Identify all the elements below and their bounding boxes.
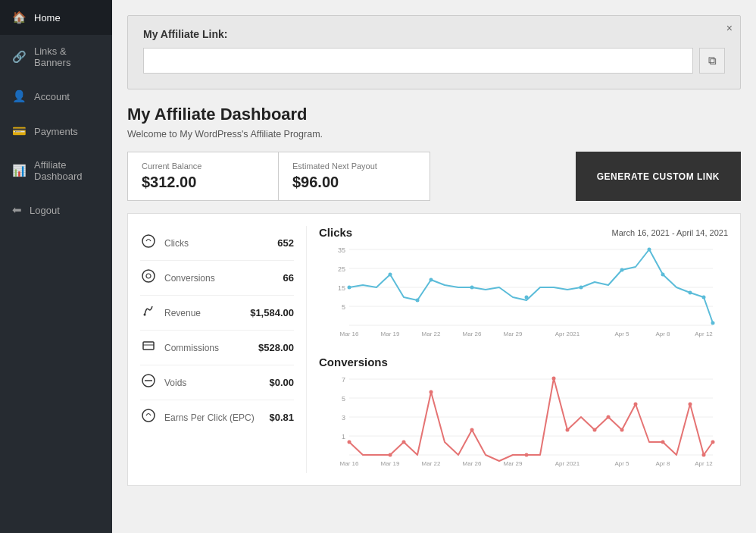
clicks-chart-date-range[interactable]: March 16, 2021 - April 14, 2021 [612, 228, 728, 237]
svg-text:Apr 12: Apr 12 [695, 331, 713, 337]
svg-text:Mar 19: Mar 19 [381, 460, 400, 467]
estimated-payout-label: Estimated Next Payout [292, 161, 416, 171]
sidebar-item-home[interactable]: 🏠 Home [0, 0, 112, 35]
conversions-value: 66 [283, 272, 294, 284]
svg-point-1 [142, 270, 155, 282]
svg-point-60 [634, 403, 638, 406]
clicks-chart-header: Clicks March 16, 2021 - April 14, 2021 [319, 226, 728, 239]
clicks-value: 652 [277, 237, 294, 249]
svg-point-52 [430, 390, 433, 394]
svg-point-2 [146, 274, 151, 278]
stat-conversions: Conversions 66 [140, 261, 294, 296]
clicks-icon [140, 234, 157, 252]
svg-text:7: 7 [342, 376, 345, 384]
svg-point-49 [348, 441, 351, 444]
svg-point-58 [607, 415, 611, 419]
svg-text:35: 35 [338, 246, 345, 254]
svg-point-18 [348, 286, 351, 290]
generate-custom-link-button[interactable]: GENERATE CUSTOM LINK [576, 152, 741, 201]
sidebar-item-logout[interactable]: ⬅ Logout [0, 193, 112, 227]
svg-point-57 [593, 428, 597, 432]
affiliate-dashboard-icon: 📊 [12, 164, 27, 177]
svg-point-26 [648, 248, 651, 252]
dashboard-subtitle: Welcome to My WordPress's Affiliate Prog… [127, 129, 741, 140]
home-icon: 🏠 [12, 11, 27, 24]
svg-point-23 [525, 296, 529, 299]
sidebar-home-label: Home [34, 12, 61, 24]
svg-text:Mar 26: Mar 26 [463, 331, 482, 337]
svg-text:Mar 16: Mar 16 [340, 331, 359, 337]
svg-text:1: 1 [342, 433, 345, 441]
affiliate-link-input[interactable] [143, 48, 693, 74]
conversions-icon [140, 268, 157, 287]
copy-button[interactable]: ⧉ [699, 48, 725, 74]
affiliate-link-row: ⧉ [143, 48, 725, 74]
svg-text:Apr 2021: Apr 2021 [555, 331, 580, 337]
svg-text:Mar 22: Mar 22 [422, 331, 441, 337]
conversions-label: Conversions [164, 273, 276, 284]
svg-text:5: 5 [342, 395, 345, 403]
close-button[interactable]: × [726, 22, 733, 34]
sidebar-affiliate-label: Affiliate Dashboard [34, 159, 100, 182]
commissions-label: Commissions [164, 343, 251, 353]
revenue-label: Revenue [164, 308, 242, 318]
svg-point-53 [470, 428, 474, 432]
svg-point-62 [689, 403, 692, 406]
voids-icon [140, 373, 157, 392]
conversions-chart-svg: 7 5 3 1 [319, 372, 728, 470]
stat-revenue: Revenue $1,584.00 [140, 296, 294, 331]
main-content: × My Affiliate Link: ⧉ My Affiliate Dash… [112, 0, 756, 533]
svg-text:Mar 26: Mar 26 [463, 460, 482, 467]
svg-point-28 [689, 291, 692, 295]
svg-point-25 [620, 268, 624, 272]
dashboard-content: My Affiliate Dashboard Welcome to My Wor… [112, 89, 756, 486]
stats-list: Clicks 652 Conversions 66 Revenue [140, 226, 307, 473]
sidebar-item-links-banners[interactable]: 🔗 Links & Banners [0, 35, 112, 79]
links-icon: 🔗 [12, 50, 27, 64]
sidebar-item-account[interactable]: 👤 Account [0, 79, 112, 114]
conversions-chart-title: Conversions [319, 356, 388, 368]
epc-value: $0.81 [269, 412, 294, 423]
svg-text:Mar 16: Mar 16 [340, 460, 359, 467]
commissions-icon [140, 338, 157, 357]
current-balance-box: Current Balance $312.00 [127, 152, 279, 201]
svg-text:Mar 22: Mar 22 [422, 460, 441, 467]
affiliate-link-card: × My Affiliate Link: ⧉ [127, 15, 741, 89]
svg-point-24 [579, 286, 583, 290]
sidebar: 🏠 Home 🔗 Links & Banners 👤 Account 💳 Pay… [0, 0, 112, 533]
svg-text:25: 25 [338, 265, 345, 273]
revenue-value: $1,584.00 [250, 307, 294, 318]
stat-commissions: Commissions $528.00 [140, 331, 294, 365]
svg-point-20 [416, 299, 420, 303]
clicks-chart-svg: 35 25 15 5 [319, 242, 728, 340]
revenue-icon [140, 303, 157, 322]
svg-point-29 [702, 296, 706, 299]
svg-point-63 [702, 453, 706, 457]
svg-text:Apr 5: Apr 5 [614, 460, 629, 467]
payments-icon: 💳 [12, 124, 27, 138]
sidebar-item-payments[interactable]: 💳 Payments [0, 114, 112, 149]
svg-point-61 [661, 441, 665, 444]
current-balance-label: Current Balance [142, 161, 264, 171]
svg-point-56 [566, 428, 570, 432]
voids-value: $0.00 [269, 377, 294, 388]
svg-text:Mar 29: Mar 29 [504, 460, 523, 467]
svg-point-3 [144, 314, 146, 316]
clicks-chart-title: Clicks [319, 226, 352, 239]
sidebar-item-affiliate-dashboard[interactable]: 📊 Affiliate Dashboard [0, 149, 112, 193]
main-panel: Clicks 652 Conversions 66 Revenue [127, 213, 741, 486]
voids-label: Voids [164, 378, 261, 388]
svg-point-59 [620, 428, 624, 432]
conversions-chart: Conversions 7 5 3 1 [319, 356, 728, 473]
logout-icon: ⬅ [12, 203, 22, 217]
sidebar-account-label: Account [34, 91, 70, 102]
svg-text:5: 5 [342, 303, 345, 311]
clicks-chart: Clicks March 16, 2021 - April 14, 2021 3… [319, 226, 728, 343]
svg-text:15: 15 [338, 284, 345, 292]
sidebar-logout-label: Logout [30, 205, 60, 216]
sidebar-payments-label: Payments [34, 126, 78, 137]
dashboard-subtitle-text: Welcome to My WordPress's Affiliate Prog… [127, 129, 323, 140]
svg-text:Apr 2021: Apr 2021 [555, 460, 580, 467]
svg-rect-4 [143, 342, 154, 350]
conversions-chart-header: Conversions [319, 356, 728, 368]
